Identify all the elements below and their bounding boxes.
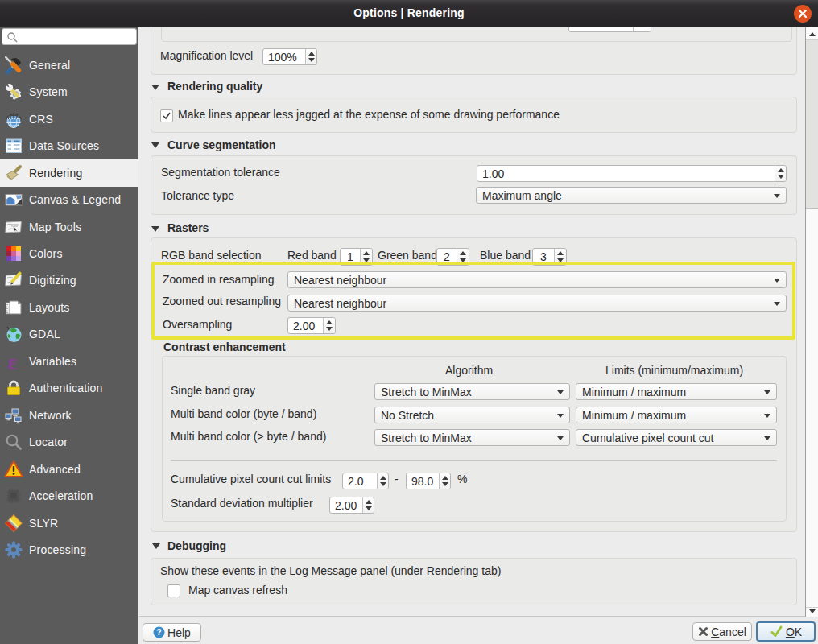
svg-text:ε: ε	[8, 349, 18, 374]
svg-text:?: ?	[156, 627, 161, 637]
